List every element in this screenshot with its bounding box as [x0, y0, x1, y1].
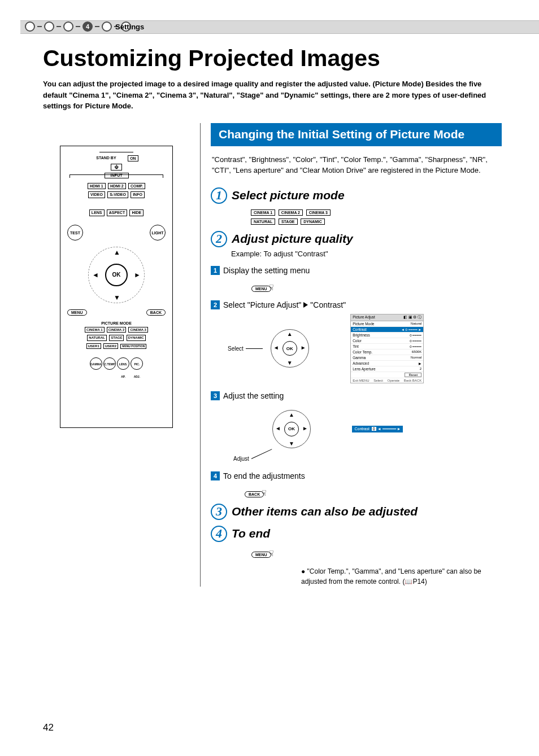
- step-1: 1 Select picture mode CINEMA 1 CINEMA 2 …: [211, 187, 502, 225]
- section-desc: "Contrast", "Brightness", "Color", "Tint…: [212, 154, 501, 176]
- breadcrumb-step-active: 4: [82, 21, 93, 32]
- section-heading: Changing the Initial Setting of Picture …: [211, 123, 502, 146]
- remote-dpad: ▲ ▼ ◄ ► OK: [85, 244, 147, 306]
- step-2: 2 Adjust picture quality Example: To adj…: [211, 231, 502, 498]
- dpad-select: ▲ ▼ ◄ ► OK: [269, 327, 311, 369]
- osd-menu: Picture Adjust◧ ▣ ⚙ ⓘ Picture ModeNatura…: [350, 314, 424, 383]
- remote-control-diagram: STAND BY ON ⏻ INPUT HDMI 1 HDMI 2 COMP. …: [60, 146, 173, 429]
- page-number: 42: [43, 722, 54, 733]
- intro-text: You can adjust the projected image to a …: [43, 78, 502, 112]
- remote-on-button: ON: [128, 155, 138, 162]
- step-4: 4 To end MENU☟: [211, 526, 502, 558]
- footnote: "Color Temp.", "Gamma", and "Lens apertu…: [301, 566, 502, 587]
- step-3: 3 Other items can also be adjusted: [211, 504, 502, 520]
- dpad-adjust: ▲ ▼ ◄ ► OK: [271, 408, 312, 450]
- breadcrumb-label: Settings: [115, 23, 144, 31]
- page-title: Customizing Projected Images: [43, 45, 502, 72]
- contrast-slider: Contrast 0 ◄ ━━━━━━ ►: [352, 426, 403, 432]
